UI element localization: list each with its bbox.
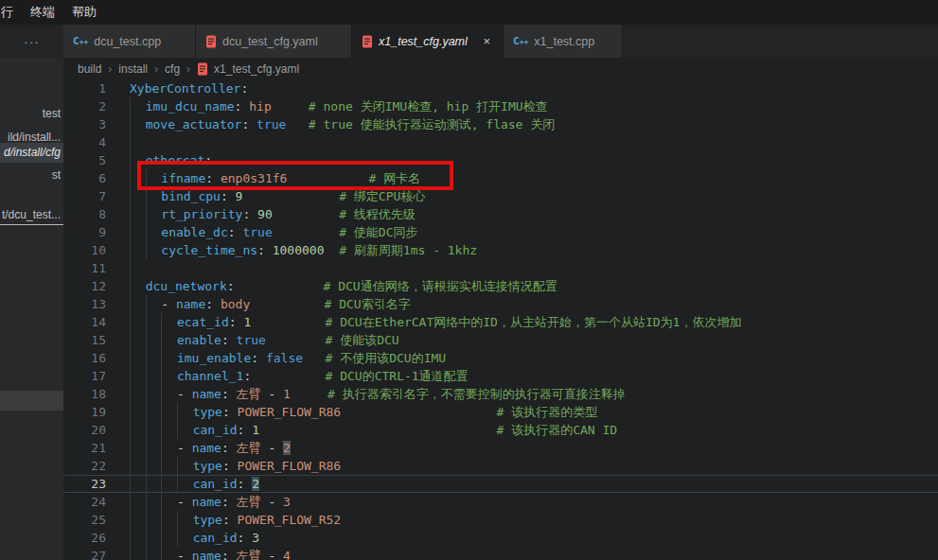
code-token: - [261, 441, 283, 455]
indent-guide [161, 439, 177, 457]
code-line[interactable]: 25 type: POWER_FLOW_R52 [63, 511, 938, 529]
indent-guide [130, 511, 146, 529]
code-token: : [240, 81, 248, 96]
code-token: ecat_id [177, 315, 229, 329]
code-line[interactable]: 17 channel_1: # DCU的CTRL-1通道配置 [63, 367, 938, 385]
indent-guide [146, 295, 162, 313]
code-token: 左臂 [237, 441, 261, 455]
breadcrumb-segment[interactable]: cfg [163, 62, 182, 76]
indent-guide [161, 421, 177, 439]
code-line[interactable]: 22 type: POWER_FLOW_R86 [63, 457, 938, 475]
yaml-file-icon [362, 35, 373, 48]
code-line[interactable]: 12 dcu_network: # DCU通信网络，请根据实机连接情况配置 [63, 277, 938, 295]
tab-x1_test_cfg.yaml[interactable]: x1_test_cfg.yaml× [352, 25, 504, 58]
indent-guide [161, 367, 177, 385]
code-line[interactable]: 7 bind_cpu: 9 # 绑定CPU核心 [63, 187, 938, 205]
code-token: channel_1 [177, 369, 243, 383]
line-number: 15 [63, 331, 106, 349]
code-text: move_actuator: true # true 使能执行器运动测试, fl… [106, 115, 938, 133]
code-line[interactable]: 13 - name: body # DCU索引名字 [63, 295, 938, 313]
line-number: 13 [63, 295, 106, 313]
code-line[interactable]: 24 - name: 左臂 - 3 [63, 493, 938, 511]
code-token: true [237, 333, 266, 347]
code-line[interactable]: 2 imu_dcu_name: hip # none 关闭IMU检查, hip … [63, 97, 938, 115]
indent-guide [130, 151, 146, 169]
side-panel-item[interactable]: d/install/cfg [0, 143, 63, 163]
code-line[interactable]: 1XyberController: [63, 79, 938, 97]
indent-guide [146, 439, 162, 457]
indent-guide [130, 97, 146, 115]
indent-guide [130, 223, 146, 241]
comment-token: # 刷新周期1ms - 1khz [339, 243, 477, 257]
code-token: : [222, 405, 238, 419]
code-token: - [177, 549, 192, 560]
tab-label: x1_test_cfg.yaml [379, 35, 468, 48]
menu-item[interactable]: 终端 [22, 0, 63, 25]
menu-item[interactable]: 帮助 [63, 0, 105, 25]
code-token: name [192, 441, 221, 455]
tab-dcu_test_cfg.yaml[interactable]: dcu_test_cfg.yaml [196, 25, 352, 58]
tab-dcu_test.cpp[interactable]: C++dcu_test.cpp [63, 25, 196, 58]
code-editor[interactable]: 1XyberController:2 imu_dcu_name: hip # n… [63, 79, 938, 560]
code-line[interactable]: 15 enable: true # 使能该DCU [63, 331, 938, 349]
tab-close-icon[interactable]: × [481, 34, 493, 49]
code-line[interactable]: 23 can_id: 2 [63, 475, 938, 493]
code-line[interactable]: 21 - name: 左臂 - 2 [63, 439, 938, 457]
code-token: - [261, 549, 283, 560]
indent-guide [161, 475, 177, 493]
indent-guide [130, 529, 146, 547]
code-line[interactable]: 9 enable_dc: true # 使能DC同步 [63, 223, 938, 241]
code-token: 3 [283, 495, 291, 509]
code-token: enable [177, 333, 221, 347]
menu-bar: 行终端帮助 [0, 0, 938, 25]
code-token: : [235, 99, 250, 114]
indent-guide [146, 385, 162, 403]
code-line[interactable]: 18 - name: 左臂 - 1 # 执行器索引名字，不需要控制的执行器可直接… [63, 385, 938, 403]
code-token: enp0s31f6 [221, 171, 287, 185]
breadcrumb-segment[interactable]: build [76, 62, 103, 76]
breadcrumb-segment[interactable]: install [116, 62, 150, 76]
code-line[interactable]: 16 imu_enable: false # 不使用该DCU的IMU [63, 349, 938, 367]
code-token: 1 [283, 387, 291, 401]
code-token: 90 [257, 207, 273, 221]
code-token: 左臂 [237, 387, 261, 401]
code-text: type: POWER_FLOW_R86 [106, 457, 938, 475]
code-line[interactable]: 3 move_actuator: true # true 使能执行器运动测试, … [63, 115, 938, 133]
code-text: cycle_time_ns: 1000000 # 刷新周期1ms - 1khz [106, 241, 938, 259]
indent-guide [130, 133, 146, 151]
indent-guide [146, 187, 162, 205]
chevron-right-icon: › [103, 62, 116, 76]
code-line[interactable]: 8 rt_priority: 90 # 线程优先级 [63, 205, 938, 223]
code-token: : [228, 225, 243, 239]
line-number: 8 [63, 205, 106, 223]
line-number: 7 [63, 187, 106, 205]
code-line[interactable]: 5 ethercat: [63, 151, 938, 169]
code-line[interactable]: 6 ifname: enp0s31f6 # 网卡名 [63, 169, 938, 187]
line-number: 11 [63, 259, 106, 277]
menu-item[interactable]: 行 [0, 0, 22, 25]
tab-bar: ··· C++dcu_test.cppdcu_test_cfg.yamlx1_t… [0, 25, 938, 58]
code-token: - [161, 297, 176, 311]
code-line[interactable]: 27 - name: 左臂 - 4 [63, 547, 938, 560]
tab-x1_test.cpp[interactable]: C++x1_test.cpp [504, 25, 623, 58]
code-line[interactable]: 4 [63, 133, 938, 151]
comment-token: # DCU索引名字 [325, 297, 411, 311]
tab-label: dcu_test.cpp [94, 35, 161, 48]
side-panel-item[interactable]: st [0, 166, 63, 185]
line-number: 21 [63, 439, 106, 457]
tab-overflow-button[interactable]: ··· [0, 25, 63, 58]
code-line[interactable]: 10 cycle_time_ns: 1000000 # 刷新周期1ms - 1k… [63, 241, 938, 259]
code-line[interactable]: 20 can_id: 1 # 该执行器的CAN ID [63, 421, 938, 439]
side-panel-item[interactable]: test [0, 104, 63, 124]
code-token: : [251, 351, 266, 365]
code-line[interactable]: 19 type: POWER_FLOW_R86 # 该执行器的类型 [63, 403, 938, 421]
side-panel-empty-row[interactable] [0, 391, 63, 411]
code-line[interactable]: 26 can_id: 3 [63, 529, 938, 547]
code-line[interactable]: 11 [63, 259, 938, 277]
side-panel-item[interactable]: t/dcu_test... [0, 205, 63, 225]
comment-token: # DCU在EtherCAT网络中的ID，从主站开始，第一个从站ID为1，依次增… [326, 315, 742, 329]
code-line[interactable]: 14 ecat_id: 1 # DCU在EtherCAT网络中的ID，从主站开始… [63, 313, 938, 331]
breadcrumb-file[interactable]: x1_test_cfg.yaml [212, 62, 301, 76]
chevron-right-icon: › [150, 62, 163, 76]
code-token: rt_priority [161, 207, 242, 221]
